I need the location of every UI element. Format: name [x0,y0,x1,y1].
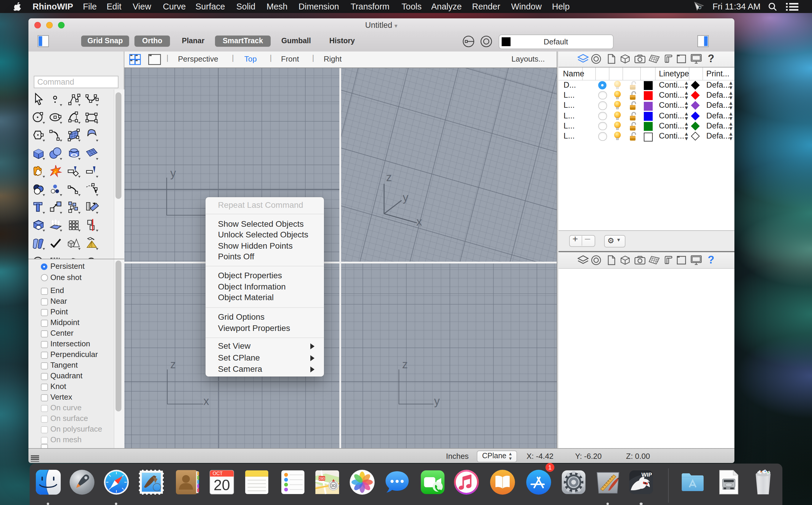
svg-text:20: 20 [213,477,230,493]
svg-text:280: 280 [319,476,324,480]
svg-text:3D: 3D [331,483,336,488]
svg-text:WIP: WIP [642,471,652,478]
svg-text:OCT: OCT [212,471,223,476]
